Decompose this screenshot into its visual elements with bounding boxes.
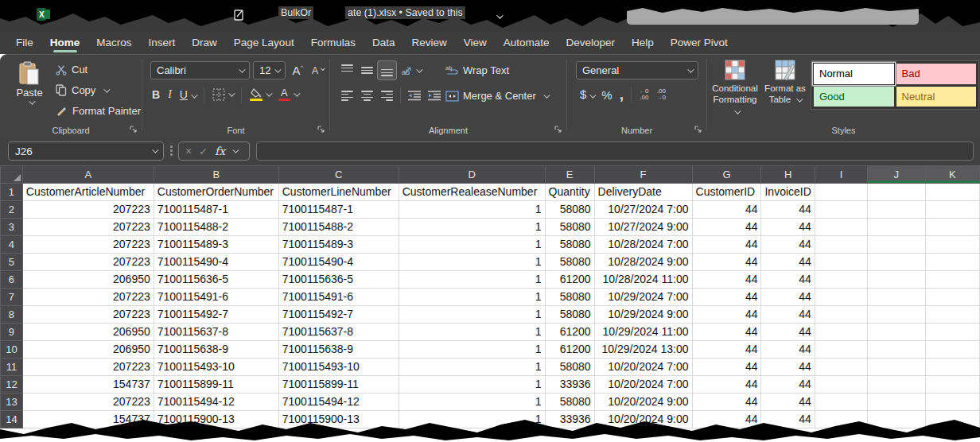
menu-tab-page-layout[interactable]: Page Layout bbox=[234, 32, 294, 54]
cell-C9[interactable]: 7100115637-8 bbox=[278, 324, 399, 341]
column-header-B[interactable]: B bbox=[154, 166, 278, 184]
row-header-2[interactable]: 2 bbox=[1, 201, 23, 219]
row-header-5[interactable]: 5 bbox=[1, 254, 23, 271]
cell-G5[interactable]: 44 bbox=[692, 254, 761, 271]
cell-F1[interactable]: DeliveryDate bbox=[594, 184, 692, 201]
menu-tab-developer[interactable]: Developer bbox=[566, 32, 616, 54]
cell-D10[interactable]: 1 bbox=[399, 341, 545, 359]
bold-button[interactable]: B bbox=[152, 88, 160, 101]
cell-F8[interactable]: 10/29/2024 9:00 bbox=[594, 306, 692, 324]
cell-H4[interactable]: 44 bbox=[761, 236, 815, 254]
cell-C11[interactable]: 7100115493-10 bbox=[278, 359, 399, 376]
menu-tab-power-pivot[interactable]: Power Pivot bbox=[671, 32, 728, 54]
cell-D9[interactable]: 1 bbox=[399, 324, 545, 341]
cell-A5[interactable]: 207223 bbox=[22, 254, 154, 271]
cell-K13[interactable] bbox=[925, 394, 979, 411]
cell-J5[interactable] bbox=[868, 254, 925, 271]
clipboard-dialog-launcher-icon[interactable] bbox=[130, 126, 138, 134]
cell-A10[interactable]: 206950 bbox=[22, 341, 154, 359]
cell-B5[interactable]: 7100115490-4 bbox=[154, 254, 278, 271]
cell-B7[interactable]: 7100115491-6 bbox=[154, 289, 278, 306]
cell-G12[interactable]: 44 bbox=[692, 376, 761, 394]
cell-style-neutral[interactable]: Neutral bbox=[896, 87, 977, 107]
cell-C2[interactable]: 7100115487-1 bbox=[278, 201, 399, 219]
cell-A2[interactable]: 207223 bbox=[22, 201, 154, 219]
cell-D5[interactable]: 1 bbox=[399, 254, 545, 271]
cell-B11[interactable]: 7100115493-10 bbox=[154, 359, 278, 376]
cell-E8[interactable]: 58080 bbox=[545, 306, 594, 324]
cell-A11[interactable]: 207223 bbox=[22, 359, 154, 376]
cell-C7[interactable]: 7100115491-6 bbox=[278, 289, 399, 306]
cell-H8[interactable]: 44 bbox=[761, 306, 815, 324]
cell-style-good[interactable]: Good bbox=[814, 87, 894, 107]
enter-button[interactable]: ✓ bbox=[199, 145, 208, 157]
top-align-button[interactable] bbox=[338, 61, 356, 79]
row-header-11[interactable]: 11 bbox=[1, 359, 23, 376]
row-header-4[interactable]: 4 bbox=[1, 236, 23, 254]
row-header-1[interactable]: 1 bbox=[1, 184, 23, 201]
cell-E7[interactable]: 58080 bbox=[545, 289, 594, 306]
cell-B14[interactable]: 7100115900-13 bbox=[154, 411, 278, 428]
cell-H14[interactable]: 44 bbox=[761, 411, 815, 428]
row-header-6[interactable]: 6 bbox=[1, 271, 23, 289]
cell-B1[interactable]: CustomerOrderNumber bbox=[154, 184, 278, 201]
cell-G14[interactable]: 44 bbox=[692, 411, 761, 428]
paste-button[interactable]: Paste bbox=[11, 61, 48, 128]
cell-D1[interactable]: CustomerRealeaseNumber bbox=[399, 184, 545, 201]
cell-G1[interactable]: CustomerID bbox=[692, 184, 761, 201]
cell-C1[interactable]: CustomerLineNumber bbox=[278, 184, 399, 201]
cell-F3[interactable]: 10/27/2024 9:00 bbox=[594, 219, 692, 236]
row-header-14[interactable]: 14 bbox=[1, 411, 23, 428]
menu-tab-draw[interactable]: Draw bbox=[192, 32, 217, 54]
cell-J13[interactable] bbox=[868, 394, 925, 411]
cell-E10[interactable]: 61200 bbox=[545, 341, 594, 359]
cell-B2[interactable]: 7100115487-1 bbox=[154, 201, 278, 219]
cell-A4[interactable]: 207223 bbox=[22, 236, 154, 254]
bottom-align-button[interactable] bbox=[378, 61, 396, 79]
row-header-13[interactable]: 13 bbox=[1, 394, 23, 411]
cell-C4[interactable]: 7100115489-3 bbox=[278, 236, 399, 254]
cell-F11[interactable]: 10/20/2024 7:00 bbox=[594, 359, 692, 376]
alignment-dialog-launcher-icon[interactable] bbox=[554, 126, 562, 134]
column-header-G[interactable]: G bbox=[692, 166, 761, 184]
cell-I1[interactable] bbox=[815, 184, 867, 201]
menu-tab-insert[interactable]: Insert bbox=[149, 32, 176, 54]
cell-K6[interactable] bbox=[925, 271, 979, 289]
cell-C8[interactable]: 7100115492-7 bbox=[278, 306, 399, 324]
cell-F9[interactable]: 10/29/2024 11:00 bbox=[594, 324, 692, 341]
cell-A14[interactable]: 154737 bbox=[22, 411, 154, 428]
borders-button[interactable] bbox=[212, 88, 233, 101]
cell-C5[interactable]: 7100115490-4 bbox=[278, 254, 399, 271]
select-all-corner[interactable] bbox=[1, 166, 23, 184]
cell-G11[interactable]: 44 bbox=[692, 359, 761, 376]
cell-H3[interactable]: 44 bbox=[761, 219, 815, 236]
cell-C3[interactable]: 7100115488-2 bbox=[278, 219, 399, 236]
cell-J3[interactable] bbox=[868, 219, 925, 236]
menu-tab-data[interactable]: Data bbox=[372, 32, 395, 54]
font-dialog-launcher-icon[interactable] bbox=[317, 126, 325, 134]
menu-tab-review[interactable]: Review bbox=[411, 32, 446, 54]
cell-E13[interactable]: 58080 bbox=[545, 394, 594, 411]
cell-A3[interactable]: 207223 bbox=[22, 219, 154, 236]
row-header-10[interactable]: 10 bbox=[1, 341, 23, 359]
cell-K3[interactable] bbox=[925, 219, 979, 236]
cell-A8[interactable]: 207223 bbox=[22, 306, 154, 324]
number-format-combo[interactable]: General bbox=[576, 61, 698, 79]
cell-D2[interactable]: 1 bbox=[399, 201, 545, 219]
cell-K2[interactable] bbox=[925, 201, 979, 219]
cell-H5[interactable]: 44 bbox=[761, 254, 815, 271]
font-name-combo[interactable]: Calibri bbox=[150, 61, 250, 79]
cell-D11[interactable]: 1 bbox=[399, 359, 545, 376]
cell-F12[interactable]: 10/20/2024 7:00 bbox=[594, 376, 692, 394]
row-header-9[interactable]: 9 bbox=[1, 324, 23, 341]
menu-tab-home[interactable]: Home bbox=[50, 32, 80, 54]
menu-tab-file[interactable]: File bbox=[16, 32, 33, 54]
cell-F6[interactable]: 10/28/2024 11:00 bbox=[594, 271, 692, 289]
cell-I8[interactable] bbox=[815, 306, 867, 324]
cell-B6[interactable]: 7100115636-5 bbox=[154, 271, 278, 289]
cut-button[interactable]: Cut bbox=[56, 64, 88, 76]
cell-G10[interactable]: 44 bbox=[692, 341, 761, 359]
cell-B3[interactable]: 7100115488-2 bbox=[154, 219, 278, 236]
cell-B9[interactable]: 7100115637-8 bbox=[154, 324, 278, 341]
cell-I12[interactable] bbox=[815, 376, 867, 394]
